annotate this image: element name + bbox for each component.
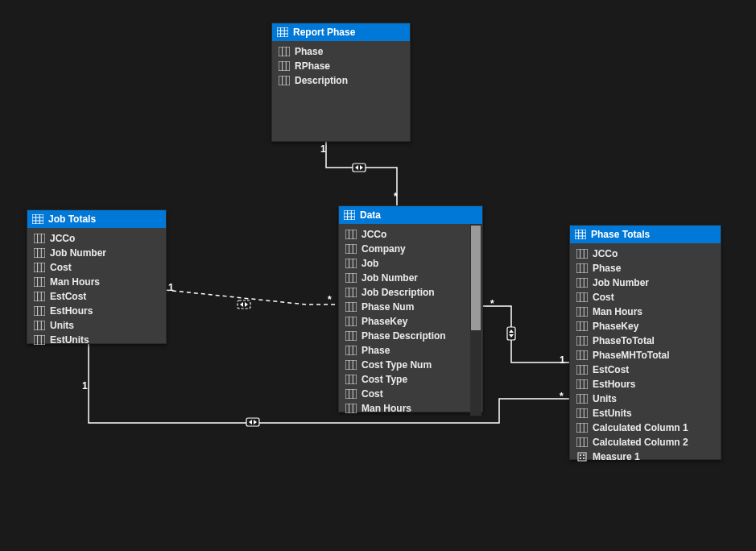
svg-rect-142 bbox=[580, 454, 581, 456]
svg-rect-144 bbox=[580, 458, 581, 459]
field-label: Phase Num bbox=[361, 301, 414, 313]
svg-rect-3 bbox=[507, 327, 515, 340]
svg-rect-126 bbox=[576, 379, 588, 389]
field-row[interactable]: EstCost bbox=[570, 362, 721, 377]
field-row[interactable]: Measure 1 bbox=[570, 450, 721, 464]
field-row[interactable]: RPhase bbox=[272, 59, 410, 73]
field-label: Calculated Column 2 bbox=[593, 437, 688, 448]
svg-rect-70 bbox=[345, 317, 357, 326]
table-header[interactable]: Data bbox=[339, 206, 482, 224]
table-title: Phase Totals bbox=[591, 229, 650, 240]
svg-rect-61 bbox=[345, 273, 357, 283]
field-label: Phase bbox=[361, 345, 390, 356]
field-row[interactable]: Job Number bbox=[27, 246, 166, 260]
field-row[interactable]: Man Hours bbox=[570, 304, 721, 319]
column-icon bbox=[279, 75, 290, 86]
field-label: JCCo bbox=[50, 233, 75, 244]
table-phase-totals[interactable]: Phase Totals JCCoPhaseJob NumberCostMan … bbox=[569, 225, 721, 460]
field-label: PhaseKey bbox=[593, 321, 638, 332]
field-label: Job Number bbox=[50, 247, 106, 259]
column-icon bbox=[345, 345, 357, 356]
field-row[interactable]: Man Hours bbox=[339, 401, 482, 416]
field-row[interactable]: Cost bbox=[570, 290, 721, 304]
field-row[interactable]: PhaseKey bbox=[570, 319, 721, 334]
table-report-phase[interactable]: Report Phase PhaseRPhaseDescription bbox=[271, 23, 411, 142]
field-label: Phase bbox=[593, 263, 621, 274]
field-row[interactable]: Phase bbox=[339, 343, 482, 358]
svg-rect-47 bbox=[344, 210, 355, 220]
field-row[interactable]: Job bbox=[339, 256, 482, 271]
table-data[interactable]: Data JCCoCompanyJobJob NumberJob Descrip… bbox=[338, 205, 483, 412]
field-row[interactable]: EstHours bbox=[27, 304, 166, 318]
field-row[interactable]: EstCost bbox=[27, 289, 166, 304]
svg-rect-38 bbox=[34, 306, 45, 316]
table-title: Data bbox=[360, 209, 381, 221]
field-row[interactable]: Job Number bbox=[570, 276, 721, 290]
svg-rect-76 bbox=[345, 346, 357, 355]
svg-rect-94 bbox=[575, 230, 586, 239]
field-row[interactable]: Cost bbox=[339, 387, 482, 401]
field-row[interactable]: Description bbox=[272, 73, 410, 88]
svg-rect-82 bbox=[345, 375, 357, 384]
field-label: Cost bbox=[593, 292, 614, 303]
column-icon bbox=[345, 287, 357, 298]
svg-rect-114 bbox=[576, 321, 588, 331]
field-label: Man Hours bbox=[593, 306, 642, 317]
field-row[interactable]: JCCo bbox=[339, 227, 482, 242]
field-row[interactable]: Cost bbox=[27, 260, 166, 275]
table-header[interactable]: Phase Totals bbox=[570, 226, 721, 243]
column-icon bbox=[576, 379, 588, 390]
field-row[interactable]: Calculated Column 1 bbox=[570, 420, 721, 435]
column-icon bbox=[576, 292, 588, 303]
cardinality-many: * bbox=[394, 191, 398, 202]
field-row[interactable]: EstUnits bbox=[27, 333, 166, 347]
table-icon bbox=[277, 27, 288, 38]
field-row[interactable]: Units bbox=[27, 318, 166, 333]
field-row[interactable]: EstUnits bbox=[570, 406, 721, 420]
svg-rect-99 bbox=[576, 249, 588, 259]
column-icon bbox=[34, 334, 45, 346]
column-icon bbox=[345, 359, 357, 371]
field-row[interactable]: JCCo bbox=[27, 231, 166, 246]
cardinality-many: * bbox=[328, 294, 332, 305]
cardinality-one: 1 bbox=[560, 354, 565, 366]
field-label: Phase bbox=[295, 46, 323, 57]
diagram-canvas[interactable]: { "tables": { "report_phase": { "title":… bbox=[0, 0, 756, 551]
field-row[interactable]: Phase Description bbox=[339, 329, 482, 343]
field-label: Cost Type bbox=[361, 374, 407, 385]
field-row[interactable]: Calculated Column 2 bbox=[570, 435, 721, 450]
table-header[interactable]: Report Phase bbox=[272, 23, 410, 41]
field-label: EstUnits bbox=[593, 408, 632, 419]
field-row[interactable]: Phase bbox=[570, 261, 721, 276]
scroll-thumb[interactable] bbox=[471, 226, 481, 330]
scrollbar[interactable] bbox=[470, 224, 481, 416]
field-row[interactable]: Phase Num bbox=[339, 300, 482, 314]
field-row[interactable]: Cost Type Num bbox=[339, 358, 482, 372]
column-icon bbox=[576, 306, 588, 317]
column-icon bbox=[345, 403, 357, 414]
field-row[interactable]: Job Description bbox=[339, 285, 482, 300]
field-row[interactable]: Cost Type bbox=[339, 372, 482, 387]
field-row[interactable]: EstHours bbox=[570, 377, 721, 392]
table-header[interactable]: Job Totals bbox=[27, 210, 166, 228]
field-row[interactable]: Job Number bbox=[339, 271, 482, 285]
field-label: PhaseToTotal bbox=[593, 335, 655, 346]
field-label: EstCost bbox=[593, 364, 629, 375]
field-row[interactable]: Phase bbox=[272, 44, 410, 59]
svg-rect-0 bbox=[353, 164, 366, 172]
table-icon bbox=[575, 229, 586, 240]
field-row[interactable]: Units bbox=[570, 392, 721, 406]
field-label: PhaseMHToTotal bbox=[593, 350, 670, 361]
field-row[interactable]: PhaseMHToTotal bbox=[570, 348, 721, 362]
column-icon bbox=[576, 321, 588, 332]
table-job-totals[interactable]: Job Totals JCCoJob NumberCostMan HoursEs… bbox=[27, 209, 167, 344]
column-icon bbox=[34, 305, 45, 317]
column-icon bbox=[34, 291, 45, 302]
field-row[interactable]: PhaseKey bbox=[339, 314, 482, 329]
cardinality-many: * bbox=[490, 298, 494, 309]
field-row[interactable]: Company bbox=[339, 242, 482, 256]
field-row[interactable]: PhaseToTotal bbox=[570, 334, 721, 348]
column-icon bbox=[34, 262, 45, 273]
field-row[interactable]: JCCo bbox=[570, 246, 721, 261]
field-row[interactable]: Man Hours bbox=[27, 275, 166, 289]
